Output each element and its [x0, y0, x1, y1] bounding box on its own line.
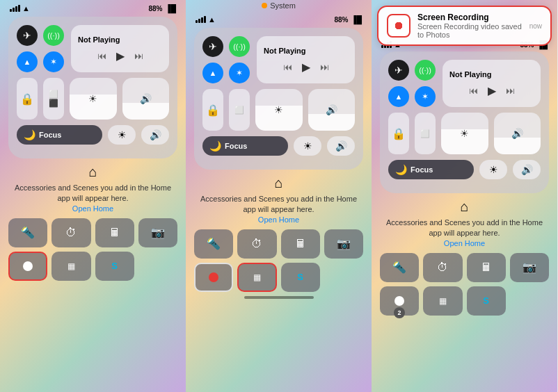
focus-label-3: Focus	[410, 165, 433, 174]
speaker-icon-3: 🔊	[521, 164, 533, 175]
airplane-mode-button-2[interactable]: ✈	[202, 36, 223, 57]
screen-mirroring-button[interactable]: ⬜⬛	[43, 78, 64, 120]
brightness-button-3[interactable]: ☀	[479, 160, 507, 179]
shazam-button-1[interactable]: S	[95, 252, 134, 281]
battery-icon-2: ▐█	[351, 15, 362, 24]
qr-button-1[interactable]: ▦	[51, 252, 90, 281]
play-button[interactable]: ▶	[116, 49, 125, 63]
focus-button-3[interactable]: 🌙 Focus	[388, 160, 474, 179]
bottom-buttons-row2-p3: 2 ▦ S	[372, 286, 557, 316]
volume-fill-3	[494, 138, 541, 154]
wifi-button-2[interactable]: ▲	[202, 63, 223, 83]
next-track-button-3[interactable]: ⏭	[506, 85, 515, 96]
flashlight-button-2[interactable]: 🔦	[194, 229, 233, 259]
brightness-slider-3[interactable]: ☀	[441, 113, 488, 154]
screen-lock-button[interactable]: 🔒	[17, 78, 38, 120]
prev-track-button[interactable]: ⏮	[97, 51, 106, 61]
volume-slider[interactable]: 🔊	[122, 78, 170, 120]
brightness-button-2[interactable]: ☀	[294, 136, 321, 156]
now-playing-title-3: Not Playing	[449, 70, 534, 79]
volume-icon: 🔊	[140, 93, 152, 104]
calculator-button-3[interactable]: 🖩	[467, 253, 506, 282]
brightness-icon-2: ☀	[274, 104, 283, 115]
next-track-button-2[interactable]: ⏭	[320, 62, 329, 72]
qr-button-2[interactable]: ▦	[237, 263, 276, 292]
sun-icon-2: ☀	[303, 140, 312, 152]
screen-record-button-3[interactable]: 2	[380, 286, 419, 316]
media-controls-2: ⏮ ▶ ⏭	[264, 60, 348, 74]
bluetooth-button-2[interactable]: ✶	[229, 63, 250, 83]
flashlight-button-3[interactable]: 🔦	[380, 253, 419, 282]
brightness-button[interactable]: ☀	[108, 125, 136, 145]
volume-slider-3[interactable]: 🔊	[494, 113, 541, 154]
battery-area-2: 88% ▐█	[334, 15, 362, 24]
screen-mirroring-button-3[interactable]: ⬜	[415, 113, 436, 154]
cc-third-row-3: 🌙 Focus ☀ 🔊	[388, 160, 541, 179]
camera-button-3[interactable]: 📷	[510, 253, 549, 282]
wifi-button-3[interactable]: ▲	[388, 86, 409, 107]
prev-track-button-2[interactable]: ⏮	[283, 62, 292, 72]
timer-button-3[interactable]: ⏱	[423, 253, 462, 282]
screen-record-button-1[interactable]	[8, 252, 47, 281]
home-icon-2: ⌂	[200, 175, 358, 191]
cellular-button-3[interactable]: ((·))	[415, 60, 436, 81]
system-dot	[262, 3, 267, 8]
open-home-link-3[interactable]: Open Home	[385, 239, 543, 247]
bluetooth-button-3[interactable]: ✶	[415, 86, 436, 107]
play-button-3[interactable]: ▶	[488, 84, 496, 97]
screen-record-button-2[interactable]	[194, 263, 233, 292]
calculator-button-1[interactable]: 🖩	[95, 218, 134, 247]
flashlight-button-1[interactable]: 🔦	[8, 218, 47, 247]
volume-icon-2: 🔊	[326, 104, 337, 115]
wifi-button[interactable]: ▲	[17, 51, 38, 72]
bluetooth-button[interactable]: ✶	[43, 51, 64, 72]
cc-third-row-1: 🌙 Focus ☀ 🔊	[17, 125, 169, 145]
volume-slider-2[interactable]: 🔊	[308, 89, 356, 131]
wifi-icon-2: ▲	[208, 15, 216, 24]
battery-icon: ▐█	[165, 4, 176, 13]
shazam-button-3[interactable]: S	[467, 286, 506, 316]
airplane-mode-button-3[interactable]: ✈	[388, 60, 409, 81]
home-bar-2	[244, 296, 314, 299]
play-button-2[interactable]: ▶	[302, 60, 310, 74]
screen-lock-button-3[interactable]: 🔒	[388, 113, 409, 154]
home-icon-3: ⌂	[385, 199, 543, 215]
volume-button-3[interactable]: 🔊	[513, 160, 541, 179]
volume-fill-2	[308, 114, 356, 131]
camera-button-1[interactable]: 📷	[138, 218, 177, 247]
volume-button[interactable]: 🔊	[141, 125, 169, 145]
camera-button-2[interactable]: 📷	[324, 229, 363, 259]
now-playing-title-1: Not Playing	[78, 35, 162, 44]
open-home-link-2[interactable]: Open Home	[200, 215, 358, 224]
brightness-slider-2[interactable]: ☀	[255, 89, 303, 131]
prev-track-button-3[interactable]: ⏮	[469, 85, 478, 96]
media-controls-1: ⏮ ▶ ⏭	[78, 49, 162, 63]
screen-lock-button-2[interactable]: 🔒	[202, 89, 223, 131]
focus-button-2[interactable]: 🌙 Focus	[202, 136, 288, 156]
bar2-2	[198, 19, 200, 23]
shazam-button-2[interactable]: S	[281, 263, 320, 292]
moon-icon: 🌙	[24, 129, 35, 140]
open-home-link-1[interactable]: Open Home	[14, 204, 172, 213]
sun-icon-3: ☀	[489, 164, 498, 175]
volume-button-2[interactable]: 🔊	[327, 136, 355, 156]
qr-button-3[interactable]: ▦	[423, 286, 462, 316]
focus-button-1[interactable]: 🌙 Focus	[17, 125, 102, 145]
connectivity-group-3: ✈ ((·)) ▲ ✶	[388, 60, 437, 107]
phone-1: ▲ 88% ▐█ ✈ ((·)) ▲ ✶ Not Playing	[0, 0, 186, 392]
timer-button-1[interactable]: ⏱	[51, 218, 90, 247]
signal-area: ▲	[10, 4, 30, 13]
mirror-icon-2: ⬜	[234, 106, 244, 115]
focus-label-2: Focus	[225, 142, 247, 150]
home-icon-1: ⌂	[14, 164, 172, 180]
status-bar-1: ▲ 88% ▐█	[0, 0, 186, 14]
cellular-button[interactable]: ((·))	[43, 25, 64, 46]
next-track-button[interactable]: ⏭	[134, 51, 143, 61]
brightness-slider[interactable]: ☀	[70, 78, 117, 120]
screen-mirroring-button-2[interactable]: ⬜	[229, 89, 250, 131]
calculator-button-2[interactable]: 🖩	[281, 229, 320, 259]
phone-3: ⏺ Screen Recording Screen Recording vide…	[372, 0, 557, 392]
timer-button-2[interactable]: ⏱	[237, 229, 276, 259]
cellular-button-2[interactable]: ((·))	[229, 36, 250, 57]
airplane-mode-button[interactable]: ✈	[17, 25, 38, 46]
